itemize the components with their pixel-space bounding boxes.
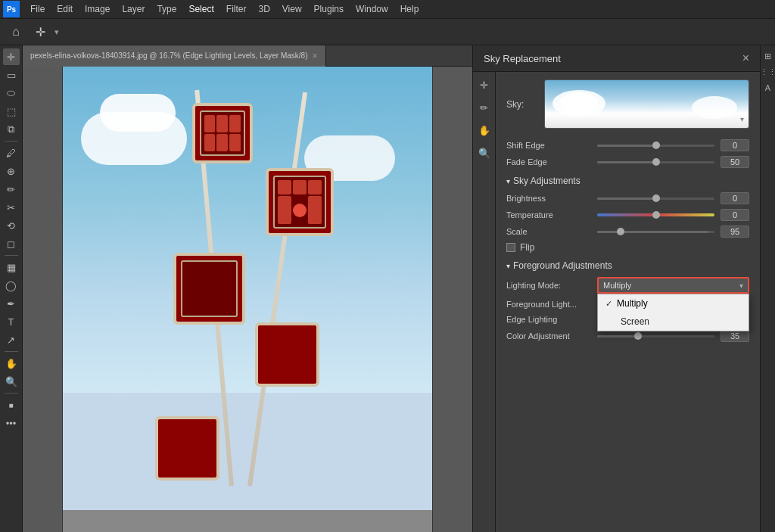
menu-filter[interactable]: Filter [220,0,253,19]
tool-gradient[interactable]: ▦ [3,259,20,275]
tool-hand[interactable]: ✋ [3,355,20,372]
fade-edge-slider[interactable] [597,161,714,163]
brightness-thumb[interactable] [652,194,660,202]
right-panel-icon-2[interactable]: ⋮⋮ [760,67,776,77]
lighting-mode-value: Multiply [603,281,631,290]
lighting-mode-row: Lighting Mode: Multiply ▾ ✓ Multiply [506,277,749,294]
right-panel-icon-1[interactable]: ⊞ [764,51,771,61]
temperature-value[interactable] [721,209,749,221]
left-tools-panel: ✛ ▭ ⬭ ⬚ ⧉ 🖊 ⊕ ✏ ✂ ⟲ ◻ ▦ ◯ ✒ T ↗ ✋ 🔍 ■ ••… [0,45,23,532]
brightness-slider[interactable] [597,198,714,200]
lighting-mode-dropdown[interactable]: Multiply ▾ [597,277,749,294]
fade-edge-thumb[interactable] [652,158,660,166]
shift-edge-value[interactable] [721,139,749,151]
tool-spot-heal[interactable]: ⊕ [3,163,20,179]
tool-dodge[interactable]: ◯ [3,277,20,294]
tool-history[interactable]: ⟲ [3,217,20,234]
tool-foreground-color[interactable]: ■ [3,397,20,413]
scale-thumb[interactable] [617,228,624,235]
sky-panel-body: ✛ ✏ ✋ 🔍 Sky: ▾ [473,72,760,532]
sky-panel-title: Sky Replacement [484,53,561,64]
scale-label: Scale [506,227,597,236]
brightness-label: Brightness [506,194,597,203]
main-layout: ✛ ▭ ⬭ ⬚ ⧉ 🖊 ⊕ ✏ ✂ ⟲ ◻ ▦ ◯ ✒ T ↗ ✋ 🔍 ■ ••… [0,45,775,532]
menu-select[interactable]: Select [182,0,219,19]
tool-separator-3 [5,351,18,352]
tab-close-button[interactable]: × [312,45,317,67]
fade-edge-label: Fade Edge [506,157,597,166]
color-adjustment-value[interactable] [721,330,749,342]
tool-eraser[interactable]: ◻ [3,235,20,252]
scale-value[interactable] [721,226,749,238]
screen-label: Screen [621,316,649,327]
menu-help[interactable]: Help [394,0,425,19]
brightness-value[interactable] [721,192,749,204]
menu-edit[interactable]: Edit [51,0,79,19]
side-icons-panel: ✛ ✏ ✋ 🔍 [473,72,496,532]
tool-brush[interactable]: ✏ [3,181,20,198]
sky-thumbnail[interactable]: ▾ [544,79,749,129]
side-move-icon[interactable]: ✛ [476,76,493,93]
menu-layer[interactable]: Layer [116,0,151,19]
tool-eyedropper[interactable]: 🖊 [3,145,20,161]
move-tool-button[interactable]: ✛ [30,22,50,42]
menu-plugins[interactable]: Plugins [308,0,350,19]
tool-move[interactable]: ✛ [3,48,20,65]
sky-adjustments-chevron: ▾ [506,177,510,185]
menu-3d[interactable]: 3D [252,0,275,19]
option-multiply[interactable]: ✓ Multiply [598,294,749,313]
tool-clone[interactable]: ✂ [3,199,20,216]
option-screen[interactable]: Screen [598,313,749,331]
scale-fill [597,231,708,233]
foreground-chevron: ▾ [506,262,510,270]
menu-bar: Ps File Edit Image Layer Type Select Fil… [0,0,775,19]
side-brush-icon[interactable]: ✏ [476,99,493,116]
sky-panel-header: Sky Replacement × [473,45,760,72]
color-adjustment-thumb[interactable] [634,332,642,340]
gondola-4 [255,322,319,387]
shift-edge-thumb[interactable] [652,142,660,149]
foreground-adjustments-header[interactable]: ▾ Foreground Adjustments [506,260,749,271]
sky-controls: Sky: ▾ Shift Edge [496,72,760,532]
side-hand-icon[interactable]: ✋ [476,122,493,138]
tool-path[interactable]: ↗ [3,331,20,348]
tool-separator-4 [5,393,18,394]
color-adjustment-row: Color Adjustment [506,330,749,342]
fade-edge-value[interactable] [721,156,749,168]
tool-type[interactable]: T [3,313,20,330]
foreground-lighting-label: Foreground Light... [506,300,597,309]
tool-more[interactable]: ••• [3,415,20,431]
scale-slider[interactable] [597,231,714,233]
menu-window[interactable]: Window [350,0,394,19]
gondola-2 [266,168,334,236]
menu-type[interactable]: Type [151,0,182,19]
tool-zoom[interactable]: 🔍 [3,373,20,390]
tool-select-rect[interactable]: ▭ [3,67,20,83]
shift-edge-fill [597,145,656,147]
sky-panel-close[interactable]: × [742,51,749,65]
tool-separator-1 [5,141,18,142]
color-adjustment-slider[interactable] [597,335,714,338]
edge-lighting-label: Edge Lighting [506,315,597,324]
tool-pen[interactable]: ✒ [3,295,20,312]
tool-crop[interactable]: ⧉ [3,121,20,138]
document-tab[interactable]: pexels-elina-volkova-18403914.jpg @ 16.7… [23,45,326,67]
tool-object-select[interactable]: ⬚ [3,103,20,120]
menu-view[interactable]: View [276,0,308,19]
menu-file[interactable]: File [24,0,51,19]
temperature-row: Temperature [506,209,749,221]
temperature-thumb[interactable] [652,211,660,219]
shift-edge-slider[interactable] [597,145,714,147]
flip-checkbox[interactable] [506,243,515,252]
sky-adjustments-header[interactable]: ▾ Sky Adjustments [506,176,749,186]
tool-lasso[interactable]: ⬭ [3,85,20,101]
home-button[interactable]: ⌂ [6,22,26,42]
right-panel-icon-3[interactable]: A [765,83,770,92]
sky-thumbnail-row: Sky: ▾ [506,79,749,129]
multiply-check: ✓ [605,299,612,309]
color-adjustment-label: Color Adjustment [506,331,597,341]
side-zoom-icon[interactable]: 🔍 [476,145,493,161]
gondola-2-grid [273,176,326,229]
menu-image[interactable]: Image [79,0,116,19]
temperature-slider[interactable] [597,213,714,216]
